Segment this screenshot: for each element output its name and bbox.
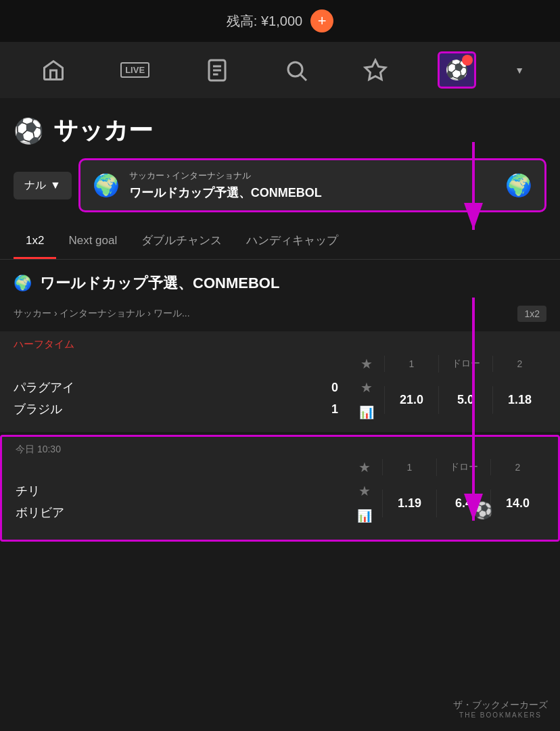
odds2-2-button[interactable]: 14.0 [490,490,544,517]
teams2-col: チリ ボリビア [16,479,347,527]
team4-name: ボリビア [16,504,64,521]
tab-next-goal[interactable]: Next goal [56,225,129,259]
col-header-1: 1 [384,356,438,372]
section-title: 🌍 ワールドカップ予選、CONMEBOL [14,273,546,293]
svg-marker-6 [365,60,386,80]
col2-header-draw: ドロー [436,458,490,476]
odds2-2-value: 14.0 [506,496,530,510]
team2-row: ブラジル 1 [14,401,349,417]
team2-score: 1 [331,402,338,417]
stats-chart-2-icon[interactable]: 📊 [357,509,372,523]
league-card-text: サッカー › インターナショナル ワールドカップ予選、CONMEBOL [129,170,322,201]
team4-row: ボリビア [16,504,347,521]
odds-draw-value: 5.0 [457,393,474,406]
notification-badge [462,55,473,66]
odds-draw-button[interactable]: 5.0 [438,386,492,414]
nav-betslip[interactable] [200,53,235,88]
col2-header-1: 1 [382,459,436,475]
league-globe-icon: 🌍 [93,172,120,198]
odds2-1-value: 1.19 [398,496,421,510]
teams-col: パラグアイ 0 ブラジル 1 [14,375,349,424]
nav-home[interactable] [36,53,71,88]
match-row-1: ハーフタイム ★ 1 ドロー 2 パラグアイ 0 ブラジル 1 ★ 📊 21.0 [0,331,560,432]
bet-type-tabs: 1x2 Next goal ダブルチャンス ハンディキャップ [0,223,560,260]
favorite-star-2-icon[interactable]: ★ [358,483,371,499]
odds-1-button[interactable]: 21.0 [384,386,438,414]
action2-col: ★ 📊 [347,483,382,523]
odds2-draw-value: 6.4 [455,496,472,510]
section-breadcrumb: サッカー › インターナショナル › ワール... 1x2 [0,306,560,331]
page-title: サッカー [53,114,153,147]
nav-favorites[interactable] [358,53,393,88]
match2-date: 今日 10:30 [2,437,558,458]
tab-double-chance[interactable]: ダブルチャンス [129,223,234,260]
tab-handicap[interactable]: ハンディキャップ [234,223,350,260]
page-header: ⚽ サッカー [0,98,560,158]
fav-header-icon: ★ [360,356,373,371]
nav-sports[interactable]: ⚽ [438,51,476,89]
top-bar: 残高: ¥1,000 + [0,0,560,42]
live-icon: LIVE [120,62,149,78]
dropdown-arrow-icon: ▼ [515,65,524,76]
category-dropdown[interactable]: ナル ▼ [14,172,72,199]
star-icon [363,58,388,82]
favorite-star-icon[interactable]: ★ [360,379,373,396]
watermark-text-jp: ザ・ブックメーカーズ [453,699,548,711]
team3-name: チリ [16,483,40,499]
stats-chart-icon[interactable]: 📊 [359,405,374,420]
odds-2-value: 1.18 [508,393,532,406]
odds-1-value: 21.0 [400,393,423,406]
col-header-2: 2 [492,356,546,372]
team2-name: ブラジル [14,401,62,417]
add-balance-button[interactable]: + [310,9,333,32]
dropdown-label: ナル [24,179,46,193]
section-globe-icon: 🌍 [14,275,32,292]
league-title: ワールドカップ予選、CONMEBOL [129,185,322,201]
nav-search[interactable] [279,53,314,88]
match-status-row: ハーフタイム [0,331,560,355]
tab-1x2[interactable]: 1x2 [14,225,56,259]
nav-bar: LIVE ⚽ ▼ [0,42,560,98]
watermark-text-en: THE BOOKMAKERS [459,711,542,719]
betslip-icon [205,58,229,82]
odds2-draw-button[interactable]: 6.4 ⚽ [436,490,490,517]
page-icon: ⚽ [14,117,44,145]
halftime-label: ハーフタイム [14,338,74,351]
col-header-draw: ドロー [438,355,492,373]
nav-live[interactable]: LIVE [115,57,155,83]
dropdown-chevron-icon: ▼ [50,179,61,191]
odds2-1-button[interactable]: 1.19 [382,490,436,517]
soccer-watermark-icon: ⚽ [473,501,493,520]
col2-header-2: 2 [490,459,544,475]
svg-line-5 [301,74,306,80]
team1-name: パラグアイ [14,379,74,396]
odds-2-button[interactable]: 1.18 [492,386,546,414]
fav-header-2-icon: ★ [358,460,371,475]
league-globe-right-icon: 🌍 [505,172,532,198]
watermark: ザ・ブックメーカーズ THE BOOKMAKERS [453,699,548,719]
match-row-2: 今日 10:30 ★ 1 ドロー 2 チリ ボリビア ★ 📊 1.19 6.4 [0,435,560,542]
action-col: ★ 📊 [349,379,384,420]
team1-row: パラグアイ 0 [14,379,349,396]
search-icon [284,58,308,82]
bet-type-badge: 1x2 [517,306,546,322]
team3-row: チリ [16,483,347,499]
balance-label: 残高: ¥1,000 [227,12,302,30]
home-icon [41,58,66,82]
svg-point-4 [288,62,302,76]
league-section: 🌍 ワールドカップ予選、CONMEBOL [0,260,560,306]
league-breadcrumb: サッカー › インターナショナル [129,170,322,182]
league-card[interactable]: 🌍 サッカー › インターナショナル ワールドカップ予選、CONMEBOL 🌍 [78,158,546,212]
team1-score: 0 [331,381,338,395]
dropdown-area: ナル ▼ 🌍 サッカー › インターナショナル ワールドカップ予選、CONMEB… [0,158,560,223]
